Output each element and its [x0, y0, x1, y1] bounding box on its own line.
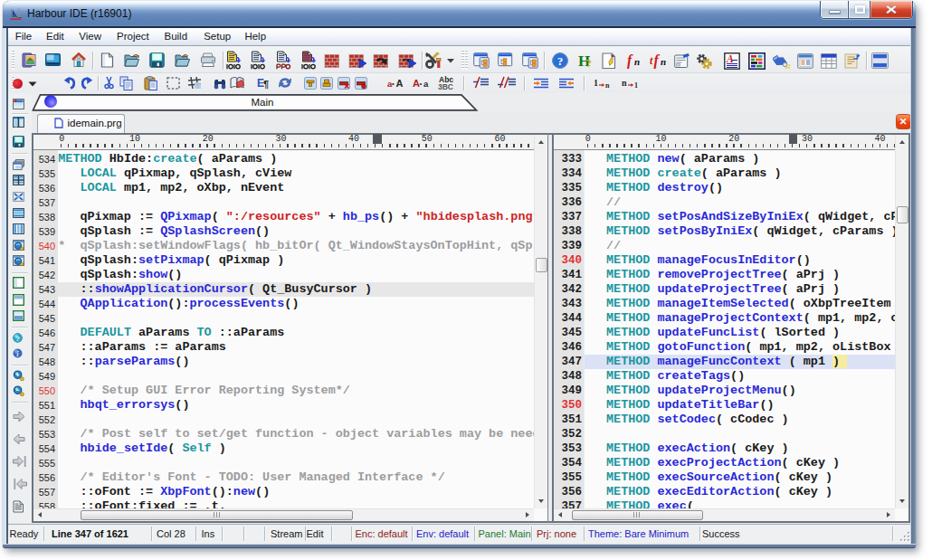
svg-text:¶: ¶: [263, 79, 269, 90]
svg-text:A: A: [726, 53, 734, 64]
svg-text:t: t: [650, 54, 653, 67]
svg-text:n: n: [634, 56, 640, 67]
svg-text:?: ?: [15, 334, 20, 342]
svg-text:n: n: [661, 56, 666, 67]
svg-text:•: •: [419, 80, 422, 88]
svg-text:1: 1: [594, 78, 598, 88]
svg-text:n: n: [605, 81, 610, 89]
svg-text:A: A: [396, 78, 404, 89]
svg-text:n: n: [622, 78, 627, 88]
svg-text:?: ?: [586, 56, 593, 70]
svg-text:f: f: [627, 52, 633, 69]
svg-text:f: f: [654, 52, 661, 69]
svg-text:3BC: 3BC: [438, 82, 453, 90]
svg-text:•: •: [392, 80, 395, 88]
svg-text:a: a: [423, 79, 429, 89]
svg-text:1: 1: [634, 81, 638, 89]
svg-text:?: ?: [557, 55, 563, 68]
